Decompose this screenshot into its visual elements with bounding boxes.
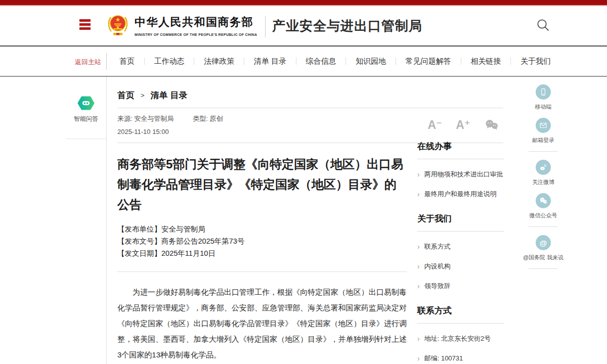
quick-access-bar: 移动端 邮箱登录 关注微博: [519, 84, 568, 277]
quickbar-wechat[interactable]: 微信公众号: [519, 193, 568, 219]
font-decrease-button[interactable]: A⁻: [428, 119, 443, 131]
chevron-right-icon: ›: [417, 191, 420, 198]
sidebar-item-dual-use-approval[interactable]: › 两用物项和技术进出口审批: [417, 170, 504, 179]
pub-unit: 【发布单位】安全与管制局: [117, 223, 407, 235]
hamburger-menu-icon[interactable]: [79, 19, 91, 31]
nav-separator: [396, 58, 396, 65]
nav-separator: [461, 58, 461, 65]
sidebar-item-end-user-statement[interactable]: › 最终用户和最终用途说明: [417, 190, 504, 199]
at-icon: @: [536, 235, 551, 250]
national-emblem-logo: [106, 13, 129, 37]
quickbar-weibo[interactable]: 关注微博: [519, 160, 568, 186]
sidebar-item-contact[interactable]: › 联系方式: [417, 242, 504, 251]
article-title: 商务部等5部门关于调整《向特定国家（地区）出口易制毒化学品管理目录》《特定国家（…: [117, 154, 407, 215]
back-to-main-site-link[interactable]: 返回主站: [75, 58, 101, 67]
sidebar-section-about-us: 关于我们 › 联系方式 › 内设机构 › 领导致辞: [417, 213, 504, 291]
nav-divider: [106, 53, 107, 70]
smart-qa-label: 智能问答: [66, 115, 106, 123]
sidebar-section-contact-info: 联系方式 › 地址: 北京东长安街2号 › 邮编: 100731 › 电话: 0…: [417, 305, 504, 364]
article-datetime: 2025-11-10 15:00: [117, 128, 223, 135]
sidebar-item-address: › 地址: 北京东长安街2号: [417, 334, 504, 343]
sidebar-item-label: 两用物项和技术进出口审批: [424, 170, 503, 179]
robot-face-icon: [77, 96, 95, 110]
article-body: 商务部等5部门关于调整《向特定国家（地区）出口易制毒化学品管理目录》《特定国家（…: [117, 154, 407, 364]
chevron-right-icon: ›: [417, 171, 420, 178]
sidebar-item-leader-speech[interactable]: › 领导致辞: [417, 282, 504, 291]
nav-item-lists-catalog[interactable]: 清单 目录: [251, 57, 289, 66]
nav-item-about-us[interactable]: 关于我们: [517, 57, 554, 66]
sidebar-section-online-services: 在线办事 › 两用物项和技术进出口审批 › 最终用户和最终用途说明: [417, 141, 504, 199]
sidebar-section-title: 关于我们: [417, 213, 504, 232]
chevron-right-icon: ›: [417, 263, 420, 270]
wechat-share-icon[interactable]: [484, 119, 499, 131]
sidebar-item-internal-orgs[interactable]: › 内设机构: [417, 262, 504, 271]
sidebar-section-title: 在线办事: [417, 141, 504, 159]
wechat-icon: [536, 193, 551, 208]
sidebar-item-label: 邮编: 100731: [424, 354, 463, 363]
breadcrumb-separator: >: [141, 92, 145, 99]
article-paragraph: 为进一步做好易制毒化学品出口管理工作，根据《向特定国家（地区）出口易制毒化学品暂…: [117, 284, 407, 362]
nav-item-laws[interactable]: 法律政策: [201, 57, 237, 66]
ministry-name-en: MINISTRY OF COMMERCE OF THE PEOPLE'S REP…: [135, 33, 257, 36]
publication-info: 【发布单位】安全与管制局 【发布文号】商务部公告2025年第73号 【发文日期】…: [117, 223, 407, 259]
nav-items: 首页 工作动态 法律政策 清单 目录 综合信息 知识园地 常见问题解答 相关链接…: [116, 47, 554, 76]
breadcrumb-current: 清单 目录: [151, 89, 188, 101]
chevron-right-icon: ›: [417, 335, 420, 342]
chevron-right-icon: ›: [417, 355, 420, 362]
quickbar-divider: [529, 151, 558, 152]
sidebar-item-label: 领导致辞: [424, 282, 451, 291]
top-red-bar: [0, 0, 607, 5]
main-navigation: 返回主站 首页 工作动态 法律政策 清单 目录 综合信息 知识园地 常见问题解答…: [0, 46, 607, 77]
smart-qa-widget[interactable]: 智能问答: [66, 96, 106, 139]
pub-number: 【发布文号】商务部公告2025年第73号: [117, 235, 407, 247]
nav-item-faq[interactable]: 常见问题解答: [403, 57, 454, 66]
quickbar-email-login[interactable]: 邮箱登录: [519, 118, 568, 144]
nav-item-home[interactable]: 首页: [116, 57, 138, 66]
breadcrumb-home[interactable]: 首页: [117, 89, 135, 101]
site-header: 中华人民共和国商务部 MINISTRY OF COMMERCE OF THE P…: [0, 6, 607, 46]
main-content: 首页 > 清单 目录 来源: 安全与管制局 类型: 原创 2025-11-10 …: [117, 77, 503, 364]
font-increase-button[interactable]: A⁺: [456, 119, 470, 131]
nav-separator: [345, 58, 346, 65]
nav-separator: [144, 58, 145, 65]
nav-separator: [194, 58, 194, 65]
nav-item-related-links[interactable]: 相关链接: [467, 57, 504, 66]
mobile-icon: [536, 84, 551, 100]
sidebar-item-label: 联系方式: [424, 242, 451, 251]
quickbar-state-council[interactable]: @ @国务院 我来说: [519, 235, 568, 261]
quickbar-label: @国务院 我来说: [519, 254, 568, 261]
breadcrumb: 首页 > 清单 目录: [117, 77, 503, 108]
quickbar-label: 移动端: [519, 103, 568, 111]
pub-date: 【发文日期】2025年11月10日: [117, 247, 407, 259]
quickbar-label: 邮箱登录: [519, 136, 568, 144]
ministry-title-block: 中华人民共和国商务部 MINISTRY OF COMMERCE OF THE P…: [135, 15, 257, 36]
quickbar-divider: [529, 268, 558, 269]
sidebar-item-label: 内设机构: [424, 262, 451, 271]
weibo-icon: [536, 160, 551, 175]
search-icon[interactable]: [536, 18, 552, 35]
nav-separator: [244, 58, 244, 65]
chevron-right-icon: ›: [417, 283, 420, 290]
sidebar-item-postcode: › 邮编: 100731: [417, 354, 504, 363]
page-sidebar: 在线办事 › 两用物项和技术进出口审批 › 最终用户和最终用途说明 关于我们 ›…: [417, 141, 504, 364]
bureau-title: 产业安全与进出口管制局: [272, 17, 422, 35]
ministry-name: 中华人民共和国商务部: [135, 15, 257, 30]
nav-separator: [296, 58, 296, 65]
quickbar-divider: [529, 226, 558, 227]
header-divider: [265, 16, 266, 37]
article-type: 类型: 原创: [193, 114, 223, 123]
chevron-right-icon: ›: [417, 243, 420, 250]
nav-item-knowledge[interactable]: 知识园地: [353, 57, 389, 66]
nav-separator: [510, 58, 511, 65]
nav-item-general-info[interactable]: 综合信息: [303, 57, 339, 66]
quickbar-mobile[interactable]: 移动端: [519, 84, 568, 111]
sidebar-item-label: 最终用户和最终用途说明: [424, 190, 497, 199]
sidebar-section-title: 联系方式: [417, 305, 504, 324]
article-source: 来源: 安全与管制局: [117, 114, 174, 123]
email-icon: [536, 118, 551, 133]
nav-item-work-news[interactable]: 工作动态: [151, 57, 188, 66]
left-rail: 智能问答: [0, 77, 107, 364]
article-divider: [117, 271, 407, 272]
article-meta-bar: 来源: 安全与管制局 类型: 原创 2025-11-10 15:00 A⁻ A⁺: [117, 108, 503, 143]
quickbar-label: 关注微博: [519, 178, 568, 186]
